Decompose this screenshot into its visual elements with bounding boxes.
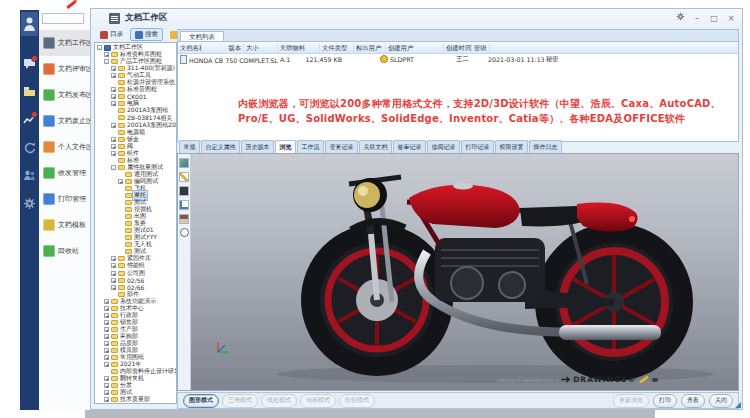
action-button[interactable]: 关闭 [709,394,733,408]
camera-tool-icon[interactable] [179,186,189,196]
tree-item[interactable]: + 分发 [95,382,176,389]
tree-expander[interactable]: + [104,355,109,360]
tree-expander[interactable]: + [104,362,109,367]
tree-expander[interactable]: + [104,341,109,346]
view-mode-button[interactable]: 线框模式 [261,394,297,408]
detail-tab[interactable]: 关联文档 [359,140,392,153]
minimize-button[interactable]: – [692,13,702,24]
detail-tab[interactable]: 变更记录 [325,140,358,153]
user-avatar-icon[interactable] [21,12,38,36]
sidebar-item[interactable]: 收发管理 [39,160,91,186]
sync-icon[interactable] [23,141,36,154]
action-button[interactable]: 打印 [653,394,677,408]
tree-expander[interactable]: + [104,327,109,332]
column-header[interactable]: 版本 [202,43,244,53]
window-settings-icon[interactable] [675,12,685,24]
sidebar-item[interactable]: 个人文件区 [39,134,91,160]
sidebar-item[interactable]: 文档发布区 [39,82,91,108]
search-input[interactable] [42,13,84,24]
tree-expander[interactable]: + [104,320,109,325]
tree-expander[interactable]: + [111,137,116,142]
tree-expander[interactable]: + [111,144,116,149]
tree-expander[interactable]: + [104,306,109,311]
markup-pencil-tool-icon[interactable] [179,172,189,182]
column-header[interactable]: 文档名称 ▲ [178,43,202,53]
tree-expander[interactable]: + [111,271,116,276]
sidebar-item[interactable]: 打印管理 [39,186,91,212]
toolbar-button[interactable]: 目录 [95,28,128,41]
tree-expander[interactable]: + [104,390,109,395]
detail-tab[interactable]: 打印记录 [461,140,494,153]
settings-gear-icon[interactable] [23,197,36,210]
tree-expander[interactable]: + [111,66,116,71]
viewer-3d[interactable]: markup is available for e DRAWINGS® [177,153,739,391]
tree-expander[interactable]: + [104,52,109,57]
detail-tab[interactable]: 历史版本 [241,140,274,153]
tree-item[interactable]: + 02/56 [95,277,176,284]
tree-expander[interactable]: + [104,334,109,339]
copy-tool-icon[interactable] [179,200,189,210]
detail-tab[interactable]: 浏览 [275,140,296,153]
column-header[interactable]: 关联物料 [278,43,320,53]
tree-expander[interactable]: + [111,94,116,99]
tree-expander[interactable]: + [104,376,109,381]
detail-tab[interactable]: 自定义属性 [201,140,240,153]
detail-tab[interactable]: 借阅记录 [427,140,460,153]
tree-expander[interactable]: + [111,73,116,78]
tree-item[interactable]: + 标准音图框 [95,86,176,93]
close-button[interactable]: × [726,13,736,24]
column-header[interactable]: 文件类型 [320,43,354,53]
column-header[interactable]: 创建时间 [444,43,472,53]
measure-tool-icon[interactable] [180,228,189,237]
view-mode-button[interactable]: 动画模式 [300,394,336,408]
column-header[interactable]: 密级 [472,43,490,53]
tree-expander[interactable]: + [111,256,116,261]
tree-expander[interactable]: + [111,87,116,92]
tree-expander[interactable]: + [111,263,116,268]
tree-expander[interactable]: - [104,59,109,64]
toolbar-button[interactable]: 搜索 [130,28,163,41]
activity-chart-icon[interactable] [23,113,36,126]
column-header[interactable]: 检出用户 [354,43,386,53]
detail-tab[interactable]: 权限设置 [495,140,528,153]
tree-expander[interactable]: - [111,165,116,170]
tree-item[interactable]: + 公司图 [95,270,176,277]
tree-expander[interactable]: + [111,101,116,106]
tree-expander[interactable]: + [118,179,123,184]
tree-item[interactable]: + 技术质量部 [95,396,176,403]
documents-icon[interactable] [23,85,36,98]
detail-tab[interactable]: 工作流 [297,140,324,153]
action-button[interactable]: 查看 [681,394,705,408]
column-header[interactable]: 大小 [244,43,278,53]
column-header[interactable]: 创建用户 [386,43,444,53]
chat-icon[interactable] [23,57,36,70]
sidebar-item[interactable]: 文档评审区 [39,56,91,82]
sidebar-item[interactable]: 文档废止区 [39,108,91,134]
tree-item[interactable]: + 钣金 [95,136,176,143]
snapshot-tool-icon[interactable] [179,158,189,168]
detail-tab[interactable]: 常规 [179,140,200,153]
view-mode-button[interactable]: 剖切模式 [339,394,375,408]
file-row[interactable]: HONDA CB 750 COMPLET.SLDPRT A.1 121,459 … [178,54,738,64]
tree-expander[interactable]: + [104,383,109,388]
action-button[interactable]: 更新浏览 [613,394,649,408]
tree-expander[interactable]: + [104,348,109,353]
tree-expander[interactable]: + [104,299,109,304]
view-mode-button[interactable]: 图形模式 [183,394,219,408]
tree-expander[interactable]: - [97,45,102,50]
maximize-button[interactable]: □ [709,13,719,24]
stamp-tool-icon[interactable] [179,214,189,224]
sidebar-item[interactable]: 文档工作区 [39,30,91,56]
tree-item[interactable]: + 翻转夹机 [95,375,176,382]
tree-expander[interactable]: + [111,278,116,283]
detail-tab[interactable]: 签审记录 [393,140,426,153]
tree-expander[interactable]: + [111,151,116,156]
contacts-icon[interactable] [23,169,36,182]
tree-expander[interactable]: + [104,313,109,318]
sidebar-item[interactable]: 回收站 [39,238,91,264]
sidebar-item[interactable]: 文档模板 [39,212,91,238]
tree-expander[interactable]: + [111,285,116,290]
tree-expander[interactable]: + [111,123,116,128]
tree-expander[interactable]: + [104,397,109,402]
view-mode-button[interactable]: 三维模式 [222,394,258,408]
